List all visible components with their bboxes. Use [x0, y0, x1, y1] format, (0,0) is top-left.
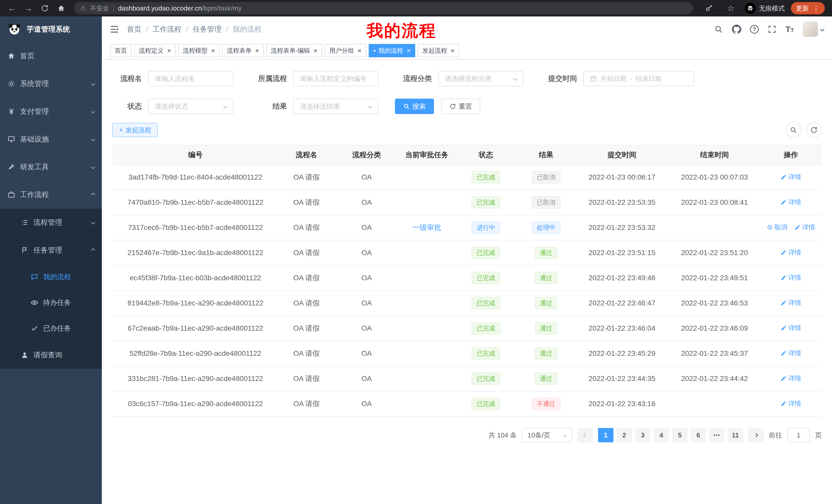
tab-close-icon[interactable]: × — [211, 47, 215, 55]
prev-page-button[interactable] — [577, 428, 593, 442]
update-button[interactable]: 更新 ⋮ — [791, 2, 825, 15]
red-annotation-text: 我的流程 — [367, 20, 437, 42]
tab[interactable]: 发起流程 × — [418, 44, 459, 57]
result-tag: 通过 — [535, 297, 557, 309]
cell-category: OA — [334, 341, 399, 366]
back-button[interactable]: ← — [4, 1, 20, 16]
user-menu[interactable] — [803, 22, 824, 37]
sidebar-item-dev-tools[interactable]: 研发工具 — [0, 153, 102, 181]
tab[interactable]: 流程定义 × — [134, 44, 176, 57]
page-button[interactable]: 2 — [617, 428, 632, 442]
menu-dots-icon[interactable]: ⋮ — [812, 4, 820, 12]
sidebar-item-home[interactable]: 首页 — [0, 42, 102, 70]
page-size-select[interactable]: 10条/页 — [522, 428, 572, 442]
sidebar-item-infra[interactable]: 基础设施 — [0, 125, 102, 153]
tab-close-icon[interactable]: × — [167, 47, 171, 55]
goto-label: 前往 — [769, 431, 782, 440]
detail-link[interactable]: 详情 — [795, 223, 815, 231]
sidebar-toggle-icon[interactable] — [102, 24, 127, 34]
page-button[interactable]: 6 — [691, 428, 706, 442]
status-select[interactable]: 请选择状态 — [148, 99, 233, 114]
sidebar-item-done-tasks[interactable]: 已办任务 — [0, 315, 102, 341]
cancel-link[interactable]: 取消 — [767, 223, 787, 231]
tab[interactable]: 流程模型 × — [178, 44, 219, 57]
detail-link[interactable]: 详情 — [781, 324, 801, 332]
cell-category: OA — [334, 165, 399, 190]
detail-link[interactable]: 详情 — [781, 374, 801, 383]
detail-link[interactable]: 详情 — [781, 299, 801, 307]
cell-name: OA 请假 — [279, 265, 334, 290]
sidebar-item-todo-tasks[interactable]: 待办任务 — [0, 290, 102, 315]
detail-link[interactable]: 详情 — [781, 273, 801, 282]
cell-category: OA — [334, 366, 399, 391]
address-bar[interactable]: ⚠ 不安全 dashboard.yudao.iocoder.cn/bpm/tas… — [74, 2, 693, 15]
refresh-icon — [810, 126, 818, 134]
breadcrumb-item[interactable]: 任务管理 — [193, 24, 222, 34]
page-button[interactable]: 3 — [635, 428, 650, 442]
tab[interactable]: 流程表单 × — [222, 44, 263, 57]
process-name-input[interactable] — [148, 71, 233, 86]
detail-link[interactable]: 详情 — [781, 248, 801, 257]
tab-close-icon[interactable]: × — [451, 47, 454, 55]
page-button[interactable]: 11 — [728, 428, 743, 442]
password-key-icon[interactable] — [701, 1, 717, 16]
tab[interactable]: 首页 — [110, 44, 132, 57]
forward-button[interactable]: → — [21, 1, 36, 16]
page-button[interactable]: 4 — [654, 428, 669, 442]
page-button[interactable]: ••• — [709, 428, 725, 442]
tab-close-icon[interactable]: × — [358, 47, 362, 55]
cancel-icon — [767, 224, 773, 230]
breadcrumb-item[interactable]: 工作流程 — [153, 24, 182, 34]
refresh-table-button[interactable] — [806, 122, 822, 138]
toggle-search-button[interactable] — [786, 122, 801, 138]
breadcrumb-item[interactable]: 首页 — [127, 24, 141, 34]
home-button[interactable] — [53, 1, 69, 16]
sidebar-item-system[interactable]: 系统管理 — [0, 70, 102, 97]
tab-close-icon[interactable]: × — [314, 47, 317, 55]
navbar-actions: ? TT — [714, 22, 832, 37]
flag-icon — [21, 246, 29, 254]
page-button[interactable]: 1 — [598, 428, 614, 442]
detail-link[interactable]: 详情 — [781, 198, 801, 206]
result-select[interactable]: 请选择流结果 — [293, 99, 379, 114]
sidebar-item-task-management[interactable]: 任务管理 — [0, 236, 102, 264]
reset-button[interactable]: 重置 — [441, 99, 480, 114]
tab[interactable]: 用户分组 × — [325, 44, 366, 57]
yen-icon: ¥ — [7, 107, 16, 116]
reload-button[interactable] — [37, 1, 52, 16]
detail-link[interactable]: 详情 — [781, 349, 801, 357]
current-task-link[interactable]: 一级审批 — [412, 223, 441, 231]
tab-close-icon[interactable]: × — [407, 47, 411, 55]
avatar[interactable] — [803, 22, 818, 37]
help-icon[interactable]: ? — [750, 25, 759, 34]
goto-page-input[interactable] — [787, 428, 810, 442]
tab[interactable]: ● 我的流程 × — [369, 44, 415, 57]
category-select[interactable]: 请选择流程分类 — [438, 71, 523, 86]
sidebar-item-my-process[interactable]: 我的流程 — [0, 264, 102, 290]
tab-close-icon[interactable]: × — [255, 47, 259, 55]
submit-time-range-picker[interactable]: 开始日期 - 结束日期 — [583, 71, 694, 86]
search-icon[interactable] — [714, 25, 723, 34]
page-button[interactable]: 5 — [672, 428, 687, 442]
sidebar-item-workflow[interactable]: 工作流程 — [0, 181, 102, 208]
bookmark-star-icon[interactable]: ☆ — [723, 1, 738, 16]
search-button[interactable]: 搜索 — [395, 99, 434, 114]
total-count: 共 104 条 — [489, 431, 517, 440]
process-definition-input[interactable] — [293, 71, 379, 86]
font-size-icon[interactable]: TT — [785, 25, 794, 34]
github-icon[interactable] — [732, 25, 741, 34]
result-tag: 处理中 — [532, 221, 561, 234]
app-brand[interactable]: 芋道管理系统 — [0, 17, 102, 42]
create-process-button[interactable]: + 发起流程 — [112, 123, 158, 137]
table-row: 7470a810-7b9b-11ec-b5b7-acde48001122 OA … — [112, 190, 822, 215]
fullscreen-icon[interactable] — [768, 25, 777, 34]
detail-link[interactable]: 详情 — [781, 173, 801, 181]
sidebar-item-pay[interactable]: ¥ 支付管理 — [0, 97, 102, 125]
detail-link[interactable]: 详情 — [781, 399, 801, 408]
cell-name: OA 请假 — [279, 190, 334, 215]
check-icon — [30, 324, 38, 332]
tab[interactable]: 流程表单-编辑 × — [266, 44, 322, 57]
sidebar-item-process-management[interactable]: 流程管理 — [0, 208, 102, 236]
sidebar-item-leave-query[interactable]: 请假查询 — [0, 341, 102, 369]
next-page-button[interactable] — [748, 428, 763, 442]
